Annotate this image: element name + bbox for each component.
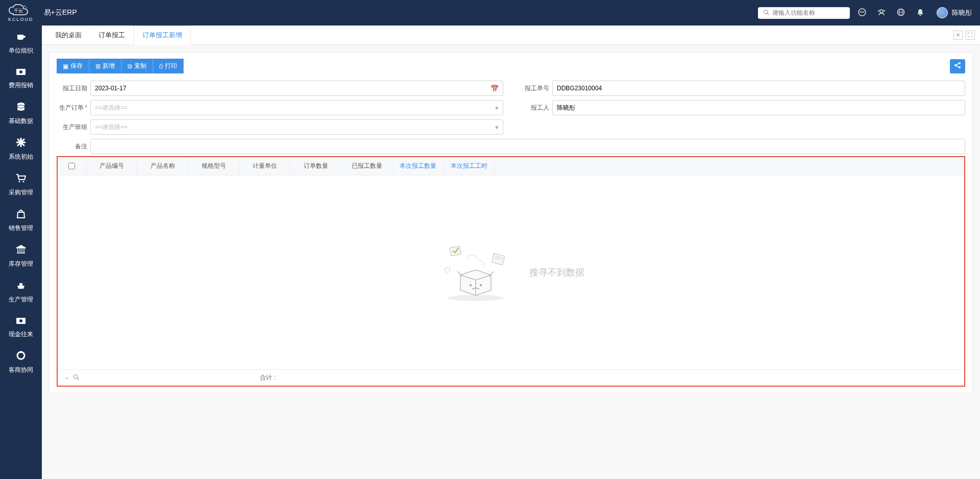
avatar bbox=[937, 7, 948, 18]
chevron-down-icon: ▾ bbox=[495, 104, 499, 112]
sidebar: 单位组织 费用报销 基础数据 系统初始 采购管理 销售管理 库存管理 生产管理 … bbox=[0, 26, 42, 479]
database-icon bbox=[16, 102, 26, 114]
col-product-name: 产品名称 bbox=[137, 157, 188, 175]
username: 陈晓彤 bbox=[952, 8, 972, 17]
tab-order-report-new[interactable]: 订单报工新增 bbox=[134, 26, 191, 45]
remark-input[interactable] bbox=[90, 139, 965, 154]
table-footer: − 合计 : bbox=[58, 369, 964, 386]
data-table: 产品编号 产品名称 规格型号 计量单位 订单数量 已报工数量 本次报工数量 本次… bbox=[57, 156, 965, 387]
docno-input[interactable] bbox=[552, 81, 965, 96]
collapse-icon[interactable]: − bbox=[65, 374, 68, 382]
col-product-no: 产品编号 bbox=[86, 157, 137, 175]
toolbar: ▣保存 ⊞新增 ⧉复制 ⎙打印 bbox=[57, 59, 965, 73]
money-icon bbox=[16, 67, 26, 78]
ship-icon bbox=[16, 281, 26, 292]
field-doc-no: 报工单号 bbox=[519, 81, 965, 96]
date-input[interactable]: 📅 bbox=[90, 81, 503, 96]
svg-rect-27 bbox=[450, 246, 461, 256]
save-button[interactable]: ▣保存 bbox=[57, 59, 89, 73]
share-button[interactable] bbox=[950, 59, 965, 73]
field-prod-order: 生产订单* ==请选择== ▾ bbox=[57, 100, 503, 115]
svg-point-3 bbox=[764, 10, 768, 14]
coffee-icon bbox=[16, 32, 26, 43]
bell-icon[interactable] bbox=[916, 8, 924, 18]
cart-icon bbox=[16, 173, 26, 185]
tab-actions: ✕ ⛶ bbox=[953, 26, 980, 44]
app-title: 易+云ERP bbox=[44, 8, 77, 17]
top-icon-group bbox=[858, 8, 924, 18]
sidebar-item-basedata[interactable]: 基础数据 bbox=[0, 96, 42, 132]
cloud-logo-icon: 千云 bbox=[8, 4, 29, 18]
form-panel: ▣保存 ⊞新增 ⧉复制 ⎙打印 报工日期 📅 bbox=[49, 52, 973, 393]
svg-line-22 bbox=[957, 64, 959, 65]
sidebar-item-production[interactable]: 生产管理 bbox=[0, 274, 42, 310]
col-this-qty: 本次报工数量 bbox=[393, 157, 444, 175]
new-button[interactable]: ⊞新增 bbox=[89, 59, 121, 73]
svg-point-25 bbox=[470, 284, 472, 286]
search-footer-icon[interactable] bbox=[73, 374, 79, 382]
sidebar-item-expense[interactable]: 费用报销 bbox=[0, 61, 42, 96]
browser-icon[interactable] bbox=[858, 8, 866, 18]
search-input[interactable] bbox=[772, 9, 849, 16]
order-select[interactable]: ==请选择== ▾ bbox=[90, 100, 503, 115]
select-all-checkbox[interactable] bbox=[68, 163, 75, 169]
expand-icon[interactable]: ⛶ bbox=[966, 31, 975, 40]
svg-point-13 bbox=[19, 181, 20, 183]
asterisk-icon bbox=[16, 138, 26, 149]
field-remark: 备注 bbox=[57, 139, 965, 154]
user-menu[interactable]: 陈晓彤 bbox=[937, 7, 972, 18]
cash-icon bbox=[16, 316, 26, 327]
select-all-col bbox=[58, 157, 86, 175]
share-icon bbox=[954, 62, 961, 70]
copy-button[interactable]: ⧉复制 bbox=[121, 59, 153, 73]
tab-order-report[interactable]: 订单报工 bbox=[90, 26, 134, 44]
sidebar-item-purchase[interactable]: 采购管理 bbox=[0, 167, 42, 203]
sum-label: 合计 : bbox=[260, 373, 276, 382]
svg-line-4 bbox=[767, 13, 769, 15]
print-button[interactable]: ⎙打印 bbox=[153, 59, 184, 73]
required-mark: * bbox=[85, 104, 87, 111]
empty-box-icon bbox=[437, 242, 514, 303]
svg-line-33 bbox=[77, 378, 79, 380]
globe-icon[interactable] bbox=[897, 8, 905, 18]
copy-icon: ⧉ bbox=[128, 63, 132, 70]
field-report-date: 报工日期 📅 bbox=[57, 81, 503, 96]
sidebar-item-stock[interactable]: 库存管理 bbox=[0, 239, 42, 274]
close-tab-icon[interactable]: ✕ bbox=[953, 31, 963, 40]
svg-point-5 bbox=[880, 10, 883, 13]
svg-text:千云: 千云 bbox=[14, 8, 23, 13]
svg-point-26 bbox=[480, 284, 482, 286]
sidebar-item-partner[interactable]: 客商协同 bbox=[0, 345, 42, 381]
svg-point-20 bbox=[959, 62, 961, 64]
bank-icon bbox=[16, 245, 26, 257]
chevron-down-icon: ▾ bbox=[495, 123, 499, 131]
sidebar-item-sales[interactable]: 销售管理 bbox=[0, 203, 42, 239]
team-select[interactable]: ==请选择== ▾ bbox=[90, 119, 503, 135]
support-icon[interactable] bbox=[877, 8, 886, 18]
col-unit: 计量单位 bbox=[239, 157, 290, 175]
col-reported-qty: 已报工数量 bbox=[341, 157, 393, 175]
main-area: 我的桌面 订单报工 订单报工新增 ✕ ⛶ ▣保存 ⊞新增 ⧉复制 ⎙打印 bbox=[42, 26, 980, 479]
svg-point-18 bbox=[20, 351, 22, 353]
plus-icon: ⊞ bbox=[95, 63, 101, 70]
reporter-input[interactable] bbox=[552, 100, 965, 115]
col-this-hours: 本次报工工时 bbox=[444, 157, 495, 175]
calendar-icon[interactable]: 📅 bbox=[491, 85, 499, 92]
svg-point-16 bbox=[19, 319, 22, 322]
svg-point-24 bbox=[448, 295, 504, 301]
sidebar-item-sysinit[interactable]: 系统初始 bbox=[0, 132, 42, 167]
field-reporter: 报工人 bbox=[519, 100, 965, 115]
svg-point-14 bbox=[23, 181, 24, 183]
col-order-qty: 订单数量 bbox=[290, 157, 341, 175]
sidebar-item-cash[interactable]: 现金往来 bbox=[0, 310, 42, 345]
svg-point-10 bbox=[19, 70, 22, 73]
tabs-bar: 我的桌面 订单报工 订单报工新增 ✕ ⛶ bbox=[42, 26, 980, 45]
search-box[interactable] bbox=[758, 7, 850, 19]
logo: 千云 KCLOUD bbox=[8, 4, 34, 22]
sidebar-item-org[interactable]: 单位组织 bbox=[0, 26, 42, 61]
empty-text: 搜寻不到数据 bbox=[529, 266, 584, 279]
topbar: 千云 KCLOUD 易+云ERP 陈晓彤 bbox=[0, 0, 980, 26]
tab-desktop[interactable]: 我的桌面 bbox=[47, 26, 90, 44]
empty-state: 搜寻不到数据 bbox=[58, 175, 964, 369]
field-team: 生产班组 ==请选择== ▾ bbox=[57, 119, 503, 135]
